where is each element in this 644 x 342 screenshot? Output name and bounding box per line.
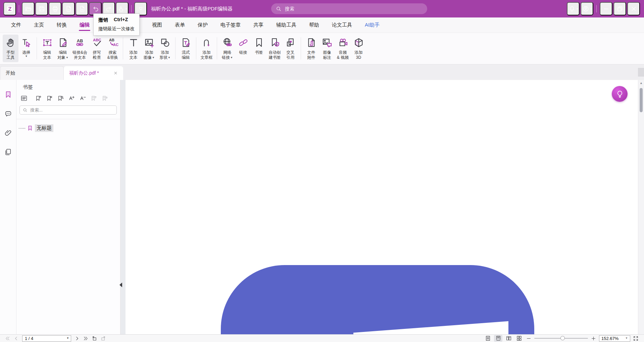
bookmark-list-button[interactable]	[20, 95, 28, 102]
scrollbar-thumb[interactable]	[640, 88, 643, 112]
bookmark-find-button[interactable]	[57, 95, 64, 102]
print-button[interactable]	[49, 2, 61, 15]
last-page-button[interactable]	[83, 336, 89, 341]
tool-add-article-box[interactable]: 添加文章框	[199, 35, 214, 62]
global-search-input[interactable]	[285, 6, 423, 11]
bookmark-delete-button[interactable]	[46, 95, 53, 102]
menu-item-14[interactable]: AI助手	[358, 17, 386, 33]
tool-select-tool[interactable]: 选择▼	[18, 35, 34, 62]
tool-edit-text[interactable]: 编辑文本	[39, 35, 55, 62]
tool-web-link[interactable]: 网络链接▼	[219, 35, 235, 62]
edit-text-icon	[42, 35, 53, 50]
single-page-view-button[interactable]	[484, 335, 492, 342]
ai-assistant-lightbulb-button[interactable]	[612, 86, 628, 102]
add-article-box-icon	[201, 35, 212, 50]
page-minus-button[interactable]	[62, 2, 75, 15]
menu-item-label: AI助手	[365, 22, 380, 28]
tooltip-description: 撤销最近一次修改	[98, 26, 135, 32]
tool-link[interactable]: 链接	[235, 35, 251, 62]
menu-item-7[interactable]: 表单	[168, 17, 191, 33]
menu-item-1[interactable]: 文件	[5, 17, 28, 33]
bookmark-delete-icon	[46, 95, 53, 102]
tool-edit-object[interactable]: 编辑对象▼	[55, 35, 71, 62]
tool-auto-bookmark[interactable]: A自动创建书签	[267, 35, 283, 62]
close-tab-icon[interactable]	[113, 71, 118, 75]
bookmarks-panel-title: 书签	[23, 84, 120, 90]
add-image-icon	[144, 35, 155, 50]
tool-image-annotation[interactable]: 图像标注	[319, 35, 335, 62]
open-folder-button[interactable]	[22, 2, 35, 15]
menu-item-12[interactable]: 帮助	[303, 17, 326, 33]
tool-add-text[interactable]: 添加文本	[126, 35, 141, 62]
link-icon	[238, 35, 249, 50]
main-area: 书签 无标题 ▲	[0, 80, 644, 334]
bookmark-item[interactable]: 无标题	[19, 124, 120, 132]
panel-collapse-handle[interactable]	[118, 276, 123, 293]
bookmark-search[interactable]	[19, 105, 117, 115]
user-button[interactable]: ▾	[581, 2, 593, 15]
restore-button[interactable]	[613, 2, 626, 15]
menu-item-label: 转换	[57, 22, 67, 28]
next-page-button[interactable]	[74, 336, 80, 341]
facing-view-button[interactable]	[504, 335, 513, 342]
tab-document-label: 福昕办公.pdf *	[69, 70, 99, 76]
menu-item-8[interactable]: 保护	[191, 17, 214, 33]
tool-reflow-edit[interactable]: 流式编辑	[178, 35, 194, 62]
tool-search-replace[interactable]: ABAC搜索&替换	[105, 35, 120, 62]
tab-scroll-button[interactable]	[638, 68, 644, 77]
continuous-view-button[interactable]	[494, 335, 502, 342]
minimize-button[interactable]	[600, 2, 612, 15]
tool-add-shape[interactable]: 添加形状▼	[157, 35, 173, 62]
zoom-in-button[interactable]	[591, 336, 596, 341]
menu-item-13[interactable]: 论文工具	[326, 17, 358, 33]
tool-spell-check[interactable]: ABC拼写检查	[89, 35, 105, 62]
tool-file-attachment[interactable]: 文件附件	[303, 35, 319, 62]
menu-item-6[interactable]: 视图	[146, 17, 168, 33]
text-size-increase-button[interactable]	[68, 95, 75, 102]
tab-start[interactable]: 开始	[0, 66, 64, 80]
attachments-panel-button[interactable]	[0, 123, 16, 142]
pdf-page[interactable]	[126, 80, 638, 334]
app-logo-button[interactable]	[3, 2, 16, 15]
tool-bookmark[interactable]: 书签	[251, 35, 267, 62]
global-search[interactable]	[271, 3, 427, 14]
tool-add-image[interactable]: 添加图像▼	[141, 35, 157, 62]
tool-hand-tool[interactable]: 手型工具	[3, 35, 18, 62]
zoom-slider-knob[interactable]	[560, 336, 565, 340]
menu-item-9[interactable]: 电子签章	[214, 17, 247, 33]
tool-cross-reference[interactable]: 交叉引用	[283, 35, 298, 62]
page-number-value: 1 / 4	[25, 336, 33, 341]
menu-item-3[interactable]: 转换	[50, 17, 73, 33]
pages-panel-button[interactable]	[0, 142, 16, 162]
close-button[interactable]	[627, 2, 640, 15]
bell-button[interactable]: ▾	[567, 2, 580, 15]
save-button[interactable]	[35, 2, 48, 15]
tool-link-merge-text[interactable]: AB链接&合并文本	[71, 35, 89, 62]
menu-item-10[interactable]: 共享	[247, 17, 270, 33]
tab-start-label: 开始	[6, 70, 15, 76]
menu-item-4[interactable]: 编辑	[73, 17, 96, 33]
text-size-decrease-button[interactable]	[79, 95, 86, 102]
page-number-combobox[interactable]: 1 / 4▼	[22, 335, 71, 342]
bookmarks-panel-button[interactable]	[0, 85, 16, 104]
scroll-up-icon[interactable]: ▲	[638, 82, 644, 85]
menu-item-2[interactable]: 主页	[28, 17, 50, 33]
vertical-scrollbar[interactable]: ▲	[638, 80, 644, 334]
comments-panel-button[interactable]	[0, 104, 16, 123]
bookmark-add-button[interactable]	[35, 95, 42, 102]
zoom-slider[interactable]	[534, 335, 588, 342]
zoom-out-button[interactable]	[526, 336, 532, 341]
tool-add-3d[interactable]: 添加3D	[351, 35, 366, 62]
tool-label-line2: 链接▼	[222, 55, 233, 60]
menu-item-11[interactable]: 辅助工具	[270, 17, 303, 33]
tool-audio-video[interactable]: 音频& 视频	[335, 35, 351, 62]
tab-document[interactable]: 福昕办公.pdf *	[64, 66, 123, 80]
previous-view-button[interactable]	[92, 336, 97, 341]
tool-label-text: 链接	[222, 55, 230, 60]
bookmark-search-input[interactable]	[30, 108, 114, 113]
facing-continuous-view-button[interactable]	[515, 335, 523, 342]
zoom-level-combobox[interactable]: 152.67% ▼	[599, 335, 630, 342]
document-canvas[interactable]	[120, 80, 638, 334]
fullscreen-button[interactable]	[633, 336, 639, 341]
page-plus-button[interactable]	[76, 2, 88, 15]
